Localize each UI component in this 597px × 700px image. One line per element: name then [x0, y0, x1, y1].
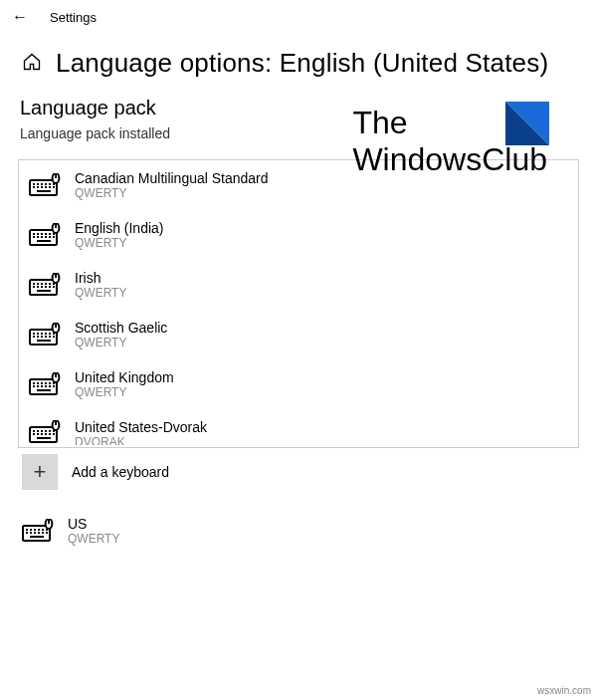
keyboard-layout: QWERTY	[75, 186, 269, 200]
keyboard-item[interactable]: Canadian Multilingual Standard QWERTY	[19, 160, 578, 210]
keyboard-item[interactable]: United States-Dvorak DVORAK	[19, 409, 578, 447]
keyboard-name: Irish	[75, 270, 126, 286]
app-name: Settings	[50, 10, 97, 25]
home-icon[interactable]	[22, 52, 42, 76]
keyboard-name: English (India)	[75, 220, 164, 236]
page-title: Language options: English (United States…	[56, 48, 548, 79]
keyboard-icon	[29, 420, 61, 444]
attribution: wsxwin.com	[537, 685, 591, 696]
keyboard-item[interactable]: Scottish Gaelic QWERTY	[19, 310, 578, 359]
keyboard-layout: QWERTY	[75, 385, 174, 399]
keyboard-name: Canadian Multilingual Standard	[75, 170, 269, 186]
keyboard-icon	[29, 173, 61, 197]
add-keyboard-label: Add a keyboard	[72, 464, 169, 480]
plus-icon: +	[22, 454, 58, 490]
keyboard-item[interactable]: US QWERTY	[18, 506, 579, 556]
keyboard-icon	[29, 372, 61, 396]
keyboard-layout: QWERTY	[68, 532, 119, 546]
keyboard-name: US	[68, 516, 119, 532]
keyboard-icon	[22, 519, 54, 543]
keyboard-layout: QWERTY	[75, 286, 126, 300]
keyboard-name: United States-Dvorak	[75, 419, 207, 435]
keyboard-name: United Kingdom	[75, 369, 174, 385]
keyboard-layout: DVORAK	[75, 435, 207, 445]
keyboard-name: Scottish Gaelic	[75, 320, 167, 336]
keyboard-icon	[29, 223, 61, 247]
back-button[interactable]: ←	[12, 8, 28, 26]
keyboard-item[interactable]: United Kingdom QWERTY	[19, 359, 578, 409]
keyboard-icon	[29, 273, 61, 297]
add-keyboard-button[interactable]: + Add a keyboard	[18, 448, 579, 496]
keyboard-layout: QWERTY	[75, 236, 164, 250]
keyboard-icon	[29, 323, 61, 347]
keyboard-layout: QWERTY	[75, 336, 167, 350]
language-pack-status: Language pack installed	[0, 125, 597, 159]
keyboard-list-box: Canadian Multilingual Standard QWERTY En…	[18, 159, 579, 448]
keyboard-item[interactable]: English (India) QWERTY	[19, 210, 578, 260]
keyboard-item[interactable]: Irish QWERTY	[19, 260, 578, 310]
language-pack-heading: Language pack	[0, 87, 597, 125]
